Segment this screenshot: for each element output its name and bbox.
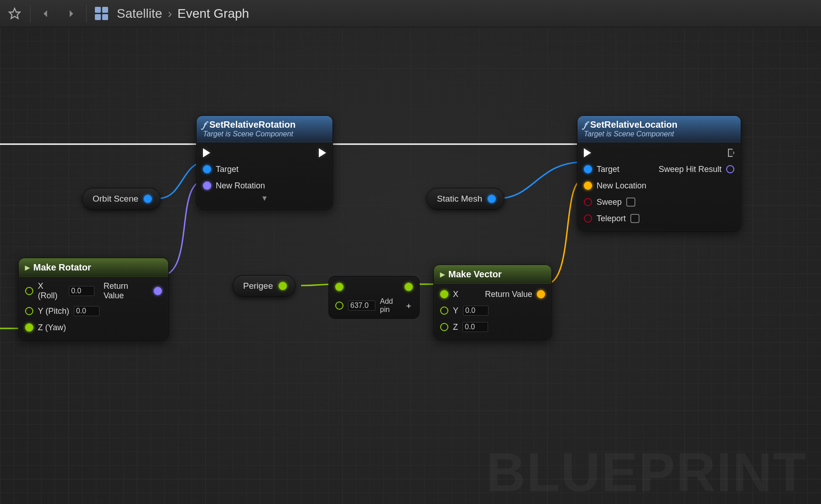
node-title: Make Vector — [448, 269, 502, 280]
node-subtitle: Target is Scene Component — [584, 130, 734, 138]
graph-icon[interactable] — [92, 4, 112, 24]
z-pin[interactable] — [440, 323, 448, 331]
exec-out-pin[interactable] — [319, 148, 326, 157]
expand-arrow-icon[interactable]: ▼ — [203, 194, 326, 203]
pin-label: Teleport — [597, 214, 626, 223]
nav-forward-icon[interactable] — [61, 4, 81, 24]
variable-perigee[interactable]: Perigee — [233, 275, 296, 297]
pin-label: Return Value — [104, 281, 149, 301]
function-icon: 𝑓 — [203, 120, 206, 130]
y-pitch-pin[interactable] — [25, 307, 33, 315]
node-make-rotator[interactable]: ▸Make Rotator X (Roll) Return Value Y (P… — [18, 258, 169, 340]
struct-icon: ▸ — [440, 269, 445, 280]
breadcrumb[interactable]: Satellite › Event Graph — [117, 6, 249, 21]
node-set-relative-rotation[interactable]: 𝑓SetRelativeRotation Target is Scene Com… — [196, 115, 333, 209]
nav-back-icon[interactable] — [36, 4, 56, 24]
favorite-star-icon[interactable] — [5, 4, 25, 24]
node-float-add[interactable]: Add pin ＋ — [328, 276, 420, 319]
pin-label: Sweep — [597, 197, 622, 207]
pin-label: Target — [216, 165, 239, 174]
svg-marker-0 — [9, 8, 20, 18]
node-title: SetRelativeRotation — [209, 120, 296, 130]
z-yaw-pin[interactable] — [25, 323, 33, 332]
target-pin[interactable] — [584, 165, 592, 173]
variable-out-pin[interactable] — [488, 195, 496, 203]
breadcrumb-leaf[interactable]: Event Graph — [177, 6, 249, 21]
node-subtitle: Target is Scene Component — [203, 130, 326, 138]
x-pin[interactable] — [440, 290, 448, 298]
variable-orbit-scene[interactable]: Orbit Scene — [82, 188, 161, 210]
exec-in-pin[interactable] — [203, 148, 210, 157]
pin-label: X (Roll) — [38, 281, 64, 301]
y-input[interactable] — [463, 306, 488, 316]
add-a-pin[interactable] — [335, 283, 343, 291]
z-input[interactable] — [462, 322, 488, 332]
add-pin-label[interactable]: Add pin — [380, 297, 400, 314]
variable-label: Static Mesh — [437, 194, 482, 204]
teleport-checkbox[interactable] — [630, 214, 639, 223]
pin-label: Z (Yaw) — [38, 323, 66, 333]
pin-label: Target — [597, 165, 619, 174]
sweep-checkbox[interactable] — [626, 197, 635, 207]
graph-toolbar: Satellite › Event Graph — [0, 0, 821, 27]
node-title: Make Rotator — [33, 262, 91, 273]
variable-static-mesh[interactable]: Static Mesh — [426, 188, 504, 210]
add-b-pin[interactable] — [335, 301, 343, 310]
return-value-pin[interactable] — [537, 290, 545, 298]
pin-label: Y (Pitch) — [38, 307, 69, 316]
y-pin[interactable] — [440, 307, 448, 315]
teleport-pin[interactable] — [584, 214, 592, 223]
node-set-relative-location[interactable]: 𝑓SetRelativeLocation Target is Scene Com… — [577, 115, 741, 231]
variable-out-pin[interactable] — [279, 282, 287, 290]
variable-label: Orbit Scene — [93, 194, 138, 204]
new-location-pin[interactable] — [584, 182, 592, 190]
return-value-pin[interactable] — [154, 287, 162, 295]
pin-label: New Rotation — [216, 181, 265, 191]
node-title: SetRelativeLocation — [590, 120, 677, 130]
x-roll-pin[interactable] — [25, 287, 33, 295]
x-roll-input[interactable] — [69, 286, 94, 296]
pin-label: Return Value — [485, 290, 532, 299]
y-pitch-input[interactable] — [74, 306, 99, 316]
chevron-right-icon: › — [168, 6, 172, 21]
new-rotation-pin[interactable] — [203, 182, 211, 190]
pin-label: X — [453, 290, 458, 299]
exec-in-pin[interactable] — [584, 148, 591, 157]
sweep-hit-pin[interactable] — [726, 165, 734, 173]
variable-label: Perigee — [243, 281, 273, 291]
plus-icon[interactable]: ＋ — [405, 300, 413, 311]
add-b-input[interactable] — [348, 301, 375, 311]
exec-out-pin[interactable] — [728, 149, 734, 157]
node-make-vector[interactable]: ▸Make Vector X Return Value Y Z — [433, 265, 552, 340]
target-pin[interactable] — [203, 165, 211, 173]
pin-label: Sweep Hit Result — [659, 165, 722, 174]
pin-label: Z — [453, 322, 458, 332]
pin-label: Y — [453, 306, 458, 316]
variable-out-pin[interactable] — [144, 195, 152, 203]
add-out-pin[interactable] — [405, 283, 413, 291]
pin-label: New Location — [597, 181, 646, 191]
struct-icon: ▸ — [25, 262, 30, 273]
graph-canvas[interactable]: 𝑓SetRelativeRotation Target is Scene Com… — [0, 27, 821, 504]
breadcrumb-root[interactable]: Satellite — [117, 6, 162, 21]
function-icon: 𝑓 — [584, 120, 587, 130]
sweep-pin[interactable] — [584, 198, 592, 206]
